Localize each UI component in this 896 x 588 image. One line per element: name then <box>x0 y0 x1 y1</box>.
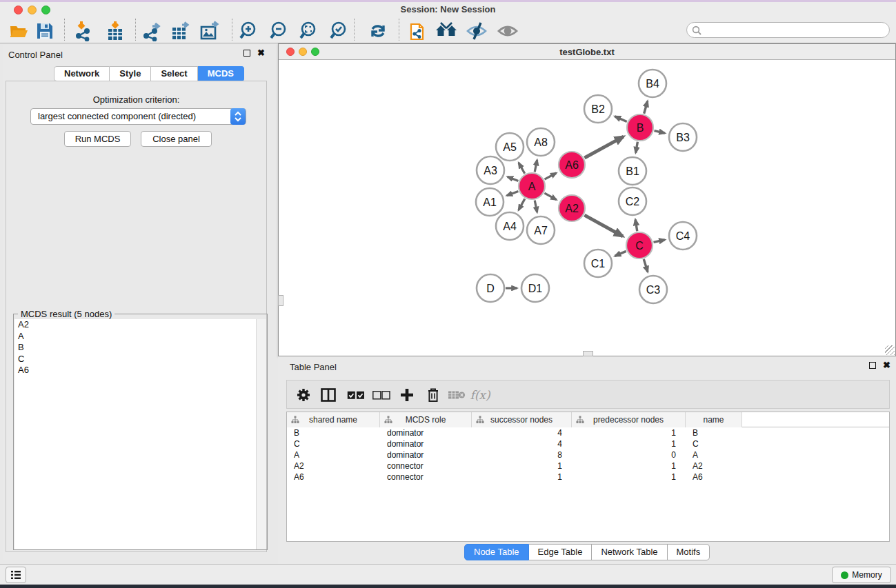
graph-node-D1[interactable]: D1 <box>521 274 549 302</box>
mcds-result-item[interactable]: A <box>14 331 257 343</box>
graph-edge-A-A3[interactable] <box>508 176 519 181</box>
column-header-MCDS-role[interactable]: MCDS role <box>380 412 472 427</box>
export-image-icon[interactable] <box>198 21 221 41</box>
zoom-in-icon[interactable] <box>237 21 261 41</box>
graph-node-A4[interactable]: A4 <box>496 212 524 240</box>
graph-edge-A-A2[interactable] <box>544 193 556 200</box>
graph-edge-B-B3[interactable] <box>654 131 664 133</box>
save-session-icon[interactable] <box>33 21 57 41</box>
graph-node-C2[interactable]: C2 <box>619 187 646 215</box>
graph-edge-C-C3[interactable] <box>644 259 648 272</box>
graph-node-B[interactable]: B <box>627 114 653 141</box>
graph-node-C3[interactable]: C3 <box>639 276 667 303</box>
graph-node-C1[interactable]: C1 <box>584 250 612 277</box>
graph-node-B3[interactable]: B3 <box>669 123 697 151</box>
tab-motifs[interactable]: Motifs <box>668 544 710 560</box>
graph-node-B2[interactable]: B2 <box>584 95 612 123</box>
graph-node-A2[interactable]: A2 <box>559 195 585 221</box>
zoom-window-button[interactable] <box>41 6 50 14</box>
tab-network[interactable]: Network <box>54 66 110 81</box>
delete-table-icon[interactable] <box>446 385 468 405</box>
hide-selected-icon[interactable] <box>465 21 488 41</box>
float-panel-icon[interactable] <box>243 50 250 57</box>
table-row[interactable]: Bdominator41B <box>287 427 889 438</box>
graph-node-A6[interactable]: A6 <box>559 152 585 178</box>
graph-edge-B-B4[interactable] <box>644 101 648 114</box>
canvas-left-splitter-handle[interactable] <box>278 295 283 306</box>
import-table-icon[interactable] <box>103 21 127 41</box>
graph-node-A7[interactable]: A7 <box>527 216 555 244</box>
table-row[interactable]: A6connector11A6 <box>287 472 889 483</box>
memory-button[interactable]: Memory <box>832 567 891 583</box>
table-row[interactable]: A2connector11A2 <box>287 460 889 472</box>
zoom-fit-icon[interactable] <box>297 21 321 41</box>
graph-edge-A-A8[interactable] <box>535 160 537 172</box>
graph-edge-A-A1[interactable] <box>507 191 519 195</box>
open-session-icon[interactable] <box>8 21 31 41</box>
canvas-bottom-splitter-handle[interactable] <box>583 351 593 356</box>
column-header-successor-nodes[interactable]: successor nodes <box>472 412 572 427</box>
window-resize-grip[interactable] <box>885 345 895 355</box>
run-mcds-button[interactable]: Run MCDS <box>64 131 131 147</box>
graph-edge-C-C4[interactable] <box>653 240 664 243</box>
tab-select[interactable]: Select <box>151 66 197 81</box>
graph-edge-A-A6[interactable] <box>545 173 557 179</box>
graph-node-A3[interactable]: A3 <box>477 156 504 184</box>
graph-edge-C-C2[interactable] <box>635 219 637 231</box>
tab-edge-table[interactable]: Edge Table <box>529 544 593 560</box>
show-all-icon[interactable] <box>496 21 519 41</box>
delete-column-trash-icon[interactable] <box>422 385 444 405</box>
graph-node-A5[interactable]: A5 <box>496 133 524 161</box>
minimize-window-button[interactable] <box>28 6 37 14</box>
search-box[interactable] <box>686 22 890 38</box>
mcds-result-scrollbar[interactable] <box>256 319 266 549</box>
close-panel-icon[interactable]: ✖ <box>257 50 265 57</box>
column-header-predecessor-nodes[interactable]: predecessor nodes <box>572 412 686 427</box>
network-canvas[interactable]: B4B2BB3A8A5A6A3B1AC2A1A2A4A7C4CC1C3DD1 <box>279 61 895 356</box>
refresh-layout-icon[interactable] <box>366 21 390 41</box>
column-header-name[interactable]: name <box>686 412 742 427</box>
search-input[interactable] <box>705 23 884 37</box>
graph-node-C[interactable]: C <box>626 232 653 258</box>
create-column-plus-icon[interactable] <box>396 385 418 405</box>
deselect-all-rows-icon[interactable] <box>370 385 392 405</box>
graph-edge-B-B1[interactable] <box>636 142 638 153</box>
graph-node-B4[interactable]: B4 <box>639 70 666 97</box>
graph-edge-C-C1[interactable] <box>615 251 626 256</box>
zoom-selected-icon[interactable] <box>328 21 351 41</box>
close-panel-button[interactable]: Close panel <box>141 131 212 147</box>
export-network-icon[interactable] <box>140 21 163 41</box>
optimization-criterion-dropdown[interactable]: largest connected component (directed) <box>30 108 246 125</box>
tab-network-table[interactable]: Network Table <box>592 544 667 560</box>
graph-node-A1[interactable]: A1 <box>476 188 504 216</box>
new-network-from-selection-icon[interactable] <box>407 21 430 41</box>
show-panels-button[interactable] <box>6 567 26 583</box>
zoom-out-icon[interactable] <box>268 21 291 41</box>
table-settings-gear-icon[interactable] <box>292 385 315 405</box>
show-column-icon[interactable] <box>317 385 339 405</box>
close-window-button[interactable] <box>14 6 23 14</box>
graph-edge-A-A5[interactable] <box>519 163 525 174</box>
graph-node-C4[interactable]: C4 <box>669 222 697 250</box>
tab-style[interactable]: Style <box>110 66 151 81</box>
import-network-icon[interactable] <box>72 21 95 41</box>
table-row[interactable]: Adominator80A <box>287 449 889 460</box>
tab-mcds[interactable]: MCDS <box>198 66 244 81</box>
export-table-icon[interactable] <box>169 21 192 41</box>
network-zoom-button[interactable] <box>311 48 319 56</box>
float-table-panel-icon[interactable] <box>869 362 876 369</box>
close-table-panel-icon[interactable]: ✖ <box>883 362 890 369</box>
graph-node-A8[interactable]: A8 <box>527 128 555 156</box>
tab-node-table[interactable]: Node Table <box>464 544 529 560</box>
graph-edge-A6-B[interactable] <box>584 136 623 158</box>
network-minimize-button[interactable] <box>299 48 307 56</box>
graph-node-A[interactable]: A <box>519 173 545 199</box>
mcds-result-item[interactable]: A2 <box>14 319 257 331</box>
graph-edge-A-A7[interactable] <box>535 201 537 212</box>
column-header-shared-name[interactable]: shared name <box>287 412 380 427</box>
network-close-button[interactable] <box>286 48 295 56</box>
first-neighbors-icon[interactable] <box>435 21 458 41</box>
mcds-result-item[interactable]: B <box>14 342 257 354</box>
mcds-result-item[interactable]: A6 <box>14 365 257 376</box>
graph-edge-A-A4[interactable] <box>519 199 525 210</box>
